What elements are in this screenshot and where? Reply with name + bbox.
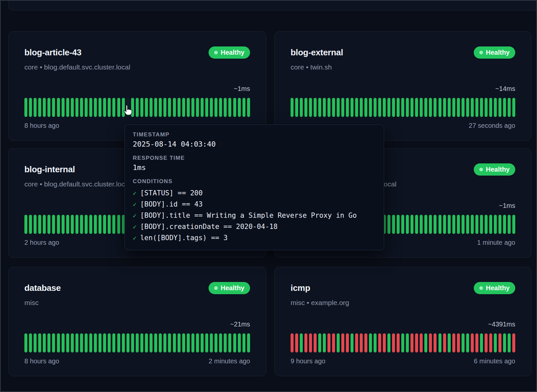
history-bar[interactable] <box>406 333 409 352</box>
history-bar[interactable] <box>387 98 390 117</box>
history-bar[interactable] <box>462 215 465 234</box>
history-bar[interactable] <box>201 333 204 352</box>
history-bar[interactable] <box>99 215 101 234</box>
history-bar[interactable] <box>117 98 120 117</box>
history-bar[interactable] <box>85 215 88 234</box>
history-bar[interactable] <box>475 333 478 352</box>
history-bar[interactable] <box>89 333 92 352</box>
history-bar[interactable] <box>38 98 41 117</box>
history-bar[interactable] <box>420 333 423 352</box>
history-bar[interactable] <box>410 98 413 117</box>
history-bar[interactable] <box>480 333 483 352</box>
history-bar[interactable] <box>383 98 386 117</box>
history-bar[interactable] <box>66 333 69 352</box>
history-bar[interactable] <box>291 333 294 352</box>
history-bar[interactable] <box>424 215 427 234</box>
history-bar[interactable] <box>489 333 492 352</box>
history-bar[interactable] <box>187 333 190 352</box>
history-bar[interactable] <box>29 215 32 234</box>
history-bar[interactable] <box>512 98 515 117</box>
history-bar[interactable] <box>498 333 501 352</box>
history-bar[interactable] <box>47 333 50 352</box>
history-bar[interactable] <box>387 215 390 234</box>
history-bar[interactable] <box>448 215 451 234</box>
history-bar[interactable] <box>219 333 222 352</box>
history-bar[interactable] <box>387 333 390 352</box>
history-bar[interactable] <box>466 215 469 234</box>
history-bar[interactable] <box>168 98 171 117</box>
history-bar[interactable] <box>503 215 506 234</box>
history-bar[interactable] <box>466 98 469 117</box>
history-bar[interactable] <box>494 333 497 352</box>
history-bar[interactable] <box>434 333 437 352</box>
history-bar[interactable] <box>85 98 88 117</box>
history-bar[interactable] <box>238 98 241 117</box>
history-bar[interactable] <box>43 333 46 352</box>
history-bar[interactable] <box>327 98 330 117</box>
history-bar[interactable] <box>410 215 413 234</box>
history-bar[interactable] <box>108 215 111 234</box>
history-bar[interactable] <box>210 98 213 117</box>
history-bar[interactable] <box>228 98 231 117</box>
history-bar[interactable] <box>503 333 506 352</box>
history-bar[interactable] <box>309 333 312 352</box>
history-bar[interactable] <box>57 98 60 117</box>
history-bar[interactable] <box>401 333 404 352</box>
history-bar[interactable] <box>238 333 241 352</box>
history-bar[interactable] <box>429 98 432 117</box>
history-bar[interactable] <box>429 215 432 234</box>
history-bar[interactable] <box>383 333 386 352</box>
history-bar[interactable] <box>182 333 185 352</box>
history-bar[interactable] <box>434 215 437 234</box>
history-bar[interactable] <box>475 215 478 234</box>
history-bar[interactable] <box>415 333 418 352</box>
service-card[interactable]: icmp Healthy misc • example.org ~4391ms … <box>274 267 531 376</box>
history-bar[interactable] <box>247 98 250 117</box>
history-bar[interactable] <box>471 333 474 352</box>
history-bar[interactable] <box>247 333 250 352</box>
history-bar[interactable] <box>80 215 83 234</box>
history-bar[interactable] <box>498 98 501 117</box>
history-bar[interactable] <box>392 98 395 117</box>
history-bar[interactable] <box>154 333 157 352</box>
history-bar[interactable] <box>392 215 395 234</box>
history-bar[interactable] <box>112 98 115 117</box>
history-bar[interactable] <box>34 215 37 234</box>
history-bar[interactable] <box>512 333 515 352</box>
history-bar[interactable] <box>485 333 488 352</box>
history-bar[interactable] <box>168 333 171 352</box>
history-bar[interactable] <box>364 98 367 117</box>
history-bar[interactable] <box>75 98 78 117</box>
history-bar[interactable] <box>480 215 483 234</box>
history-bar[interactable] <box>131 333 134 352</box>
history-bar[interactable] <box>159 333 162 352</box>
history-bar[interactable] <box>94 333 97 352</box>
history-bar[interactable] <box>318 333 321 352</box>
history-bar[interactable] <box>397 215 400 234</box>
history-bar[interactable] <box>434 98 437 117</box>
history-bar[interactable] <box>512 215 515 234</box>
history-bar[interactable] <box>43 215 46 234</box>
history-bar[interactable] <box>304 333 307 352</box>
history-bar[interactable] <box>108 333 111 352</box>
history-bar[interactable] <box>24 333 27 352</box>
history-bar[interactable] <box>103 98 106 117</box>
history-bar[interactable] <box>145 98 148 117</box>
history-bar[interactable] <box>438 215 441 234</box>
history-bar[interactable] <box>38 333 41 352</box>
history-bar[interactable] <box>466 333 469 352</box>
history-bar[interactable] <box>369 98 372 117</box>
history-bar[interactable] <box>323 333 326 352</box>
history-bar[interactable] <box>304 98 307 117</box>
history-bar[interactable] <box>57 215 60 234</box>
history-bar[interactable] <box>196 98 199 117</box>
history-bar[interactable] <box>438 333 441 352</box>
history-bar[interactable] <box>242 98 245 117</box>
history-bar[interactable] <box>337 333 340 352</box>
history-bar[interactable] <box>71 98 74 117</box>
history-bar[interactable] <box>443 215 446 234</box>
history-bar[interactable] <box>332 98 335 117</box>
history-bar[interactable] <box>210 333 213 352</box>
history-bar[interactable] <box>34 333 37 352</box>
history-bar[interactable] <box>364 333 367 352</box>
